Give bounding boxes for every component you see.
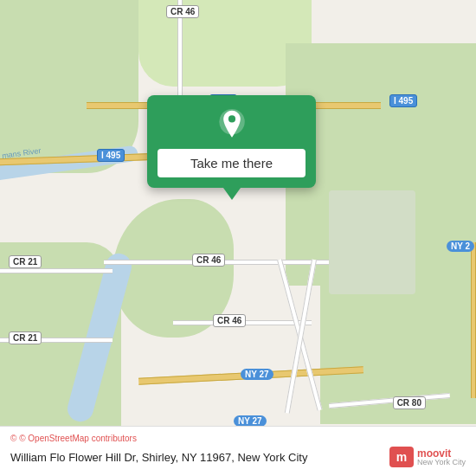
road-label-cr21-btm: CR 21 (9, 331, 42, 344)
road-label-ny27-top: NY 27 (241, 369, 273, 380)
attribution-symbol: © (10, 434, 16, 443)
moovit-m-icon: m (389, 447, 414, 467)
address-text: William Flo Flower Hill Dr, Shirley, NY … (10, 451, 307, 464)
road-label-cr46-mid: CR 46 (192, 254, 225, 267)
map-container: CR 46 I 495 I 495 I 495 CR 21 CR 21 CR 4… (0, 0, 476, 476)
road-label-cr80: CR 80 (393, 396, 426, 409)
take-me-there-button[interactable]: Take me there (158, 149, 306, 177)
road-label-cr46-top: CR 46 (166, 5, 199, 18)
address-row: William Flo Flower Hill Dr, Shirley, NY … (10, 447, 466, 467)
moovit-logo: m moovit New York City (389, 447, 466, 467)
airport-area (329, 190, 415, 294)
bottom-bar: © © OpenStreetMap contributors William F… (0, 426, 476, 476)
road-ny2 (471, 242, 476, 398)
moovit-city: New York City (417, 459, 466, 466)
road-label-ny2: NY 2 (447, 241, 474, 252)
location-popup: Take me there (147, 95, 316, 188)
popup-tail (223, 188, 241, 200)
road-cr21-1 (0, 268, 113, 273)
road-label-i495-left: I 495 (97, 149, 125, 162)
attribution-text: © © OpenStreetMap contributors (10, 434, 466, 443)
svg-text:m: m (396, 450, 407, 464)
moovit-name: moovit (417, 448, 466, 459)
location-pin-icon (216, 109, 248, 140)
road-label-i495-right: I 495 (389, 94, 417, 107)
svg-point-1 (228, 115, 235, 122)
road-label-cr21-top: CR 21 (9, 255, 42, 268)
attribution-label: © OpenStreetMap contributors (19, 434, 137, 443)
road-label-cr46-btm: CR 46 (213, 314, 246, 327)
moovit-brand: moovit New York City (417, 448, 466, 466)
